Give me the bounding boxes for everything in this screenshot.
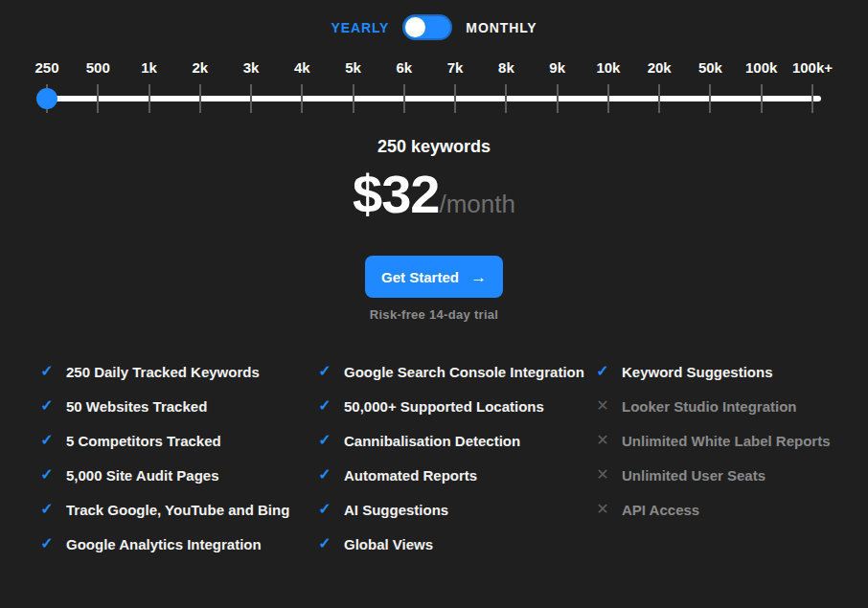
trial-note: Risk-free 14-day trial [0,307,868,322]
feature-label: 50 Websites Tracked [66,398,207,415]
slider-stop-label: 2k [192,59,208,76]
slider-stop-label: 3k [243,59,260,76]
feature-label: Google Analytics Integration [66,536,262,552]
check-icon: ✓ [38,502,56,517]
cross-icon: ✕ [594,502,611,517]
slider-stop-label: 10k [596,59,620,76]
feature-item: ✓5 Competitors Tracked [38,423,316,458]
slider-stop-label: 4k [294,59,310,76]
feature-label: 50,000+ Supported Locations [344,398,544,415]
arrow-right-icon: → [470,269,487,285]
check-icon: ✓ [316,536,333,552]
slider-track[interactable] [40,96,821,101]
keyword-slider: 2505001k2k3k4k5k6k7k8k9k10k20k50k100k100… [0,0,868,124]
slider-stop-label: 100k [745,59,777,76]
slider-stop-label: 50k [698,59,722,76]
feature-item: ✓250 Daily Tracked Keywords [38,354,316,389]
pricing-panel: YEARLY MONTHLY 2505001k2k3k4k5k6k7k8k9k1… [0,0,868,608]
slider-tick [557,84,559,113]
cross-icon: ✕ [594,467,611,483]
slider-stop-label: 5k [345,59,361,76]
feature-column: ✓Keyword Suggestions✕Looker Studio Integ… [594,354,858,561]
feature-label: AI Suggestions [344,502,448,518]
feature-column: ✓Google Search Console Integration✓50,00… [316,354,594,561]
feature-label: Track Google, YouTube and Bing [66,502,289,518]
feature-item: ✓Global Views [316,527,594,561]
feature-label: 5,000 Site Audit Pages [66,467,219,484]
slider-stop-label: 6k [397,59,413,76]
feature-item: ✓Track Google, YouTube and Bing [38,492,316,527]
slider-tick [454,84,456,113]
check-icon: ✓ [38,364,56,379]
slider-stop-label: 500 [86,59,110,76]
feature-label: Unlimited User Seats [622,467,765,484]
check-icon: ✓ [38,536,56,552]
slider-tick [301,84,303,113]
slider-handle[interactable] [36,88,57,109]
check-icon: ✓ [38,467,56,483]
slider-tick [505,84,507,113]
cross-icon: ✕ [594,398,611,414]
feature-item: ✕Unlimited White Label Reports [594,423,858,458]
slider-stop-label: 9k [549,59,565,76]
feature-label: Keyword Suggestions [622,364,773,380]
get-started-label: Get Started [381,269,459,285]
feature-label: Cannibalisation Detection [344,433,520,449]
feature-label: Looker Studio Integration [622,398,797,415]
slider-stop-label: 20k [648,59,672,76]
slider-tick [403,84,405,113]
check-icon: ✓ [316,364,333,379]
feature-item: ✓Cannibalisation Detection [316,423,594,458]
check-icon: ✓ [594,364,611,379]
feature-label: Google Search Console Integration [344,364,584,380]
feature-label: 250 Daily Tracked Keywords [66,364,260,380]
check-icon: ✓ [316,467,333,483]
feature-item: ✓Automated Reports [316,458,594,492]
selected-keywords-label: 250 keywords [0,137,868,157]
slider-tick [658,84,660,113]
feature-item: ✓5,000 Site Audit Pages [38,458,316,492]
check-icon: ✓ [316,502,333,517]
feature-label: Unlimited White Label Reports [622,433,831,449]
feature-item: ✓50 Websites Tracked [38,389,316,423]
feature-label: 5 Competitors Tracked [66,433,221,449]
slider-tick [607,84,609,113]
feature-label: Automated Reports [344,467,477,484]
check-icon: ✓ [38,433,56,448]
slider-tick [148,84,150,113]
slider-tick [353,84,354,113]
slider-rail: 2505001k2k3k4k5k6k7k8k9k10k20k50k100k100… [47,0,812,124]
feature-item: ✓Keyword Suggestions [594,354,858,389]
check-icon: ✓ [38,398,56,414]
slider-stop-label: 1k [141,59,157,76]
get-started-button[interactable]: Get Started → [365,256,503,298]
price-line: $32/month [0,163,868,225]
slider-tick [709,84,711,113]
feature-column: ✓250 Daily Tracked Keywords✓50 Websites … [38,354,316,561]
feature-item: ✕Looker Studio Integration [594,389,858,423]
slider-tick [761,84,763,113]
slider-tick [250,84,252,113]
feature-label: API Access [622,502,699,518]
price-period: /month [439,190,515,218]
cross-icon: ✕ [594,433,611,448]
feature-label: Global Views [344,536,433,552]
slider-tick [97,84,99,113]
check-icon: ✓ [316,433,333,448]
feature-item: ✓Google Search Console Integration [316,354,594,389]
feature-item: ✕Unlimited User Seats [594,458,858,492]
price-value: $32 [353,164,439,224]
feature-item: ✓50,000+ Supported Locations [316,389,594,423]
check-icon: ✓ [316,398,333,414]
slider-tick [199,84,201,113]
slider-stop-label: 100k+ [792,59,833,76]
slider-stop-label: 7k [447,59,464,76]
feature-item: ✕API Access [594,492,858,527]
slider-tick [811,84,813,113]
feature-item: ✓Google Analytics Integration [38,527,316,561]
feature-grid: ✓250 Daily Tracked Keywords✓50 Websites … [38,354,858,561]
feature-item: ✓AI Suggestions [316,492,594,527]
slider-stop-label: 250 [34,59,58,76]
slider-stop-label: 8k [498,59,514,76]
